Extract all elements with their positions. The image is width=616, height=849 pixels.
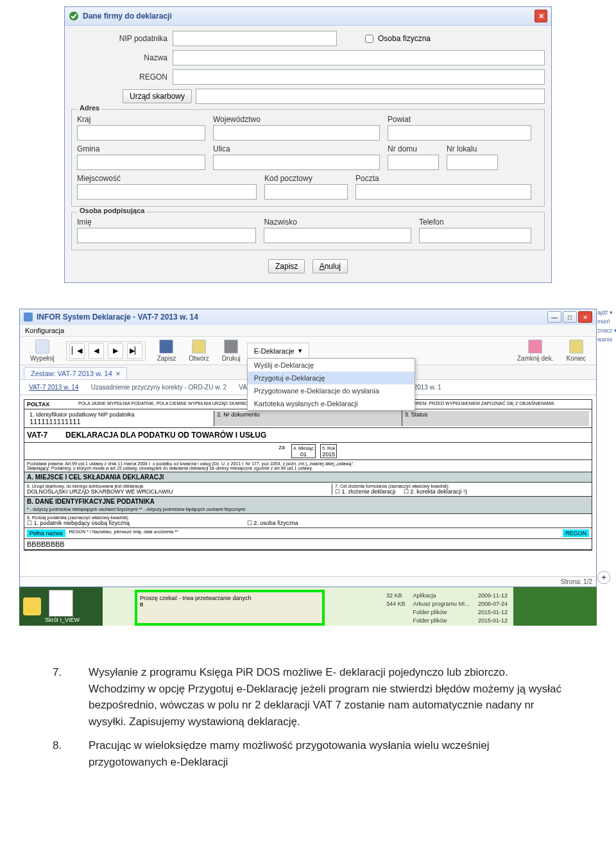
maximize-button[interactable]: □	[563, 311, 577, 323]
desktop-left: Skrót I_VIEW	[19, 587, 103, 626]
tab-close-icon[interactable]: ×	[116, 370, 120, 377]
dialog-title: Dane firmy do deklaracji	[83, 12, 535, 21]
open-icon	[192, 339, 206, 354]
nrlokalu-input[interactable]	[447, 155, 498, 170]
nrdomu-input[interactable]	[388, 155, 439, 170]
close-button[interactable]: ✕	[535, 10, 547, 22]
urzad-skarbowy-input[interactable]	[196, 89, 545, 104]
f7-opt2[interactable]: ☐ 2. korekta deklaracji ¹)	[404, 488, 467, 495]
edeklaracje-dropdown[interactable]: E-Deklaracje ▾ Wyślij e-Deklarację Przyg…	[247, 343, 309, 359]
kod-label: Kod pocztowy	[264, 174, 348, 183]
processing-box: Proszę czekać - trwa przetwarzanie danyc…	[135, 590, 325, 626]
edeklaracje-menu: Wyślij e-Deklarację Przygotuj e-Deklarac…	[247, 358, 415, 411]
save-button[interactable]: Zapisz	[151, 339, 182, 362]
window-titlebar: INFOR System Deklaracje - VAT-7 2013 w. …	[20, 309, 596, 325]
vat7-label: VAT-7	[27, 431, 65, 440]
imie-input[interactable]	[77, 228, 256, 243]
nip-label: NIP podatnika	[71, 34, 173, 43]
nav-prev-button[interactable]: ◀	[89, 343, 104, 359]
nav-next-button[interactable]: ▶	[108, 343, 123, 359]
nazwisko-input[interactable]	[264, 228, 411, 243]
f5-value: 2015	[322, 451, 335, 458]
cancel-button[interactable]: Anuluj	[312, 259, 348, 273]
file-list: 32 KBAplikacja2009-11-12 344 KBArkusz pr…	[385, 591, 515, 626]
zoom-plus-icon[interactable]: +	[597, 571, 610, 584]
shortcut: Skrót I_VIEW	[45, 590, 80, 623]
menu-item[interactable]: Wyślij e-Deklarację	[248, 359, 415, 372]
nav-first-button[interactable]: ▏◀	[69, 343, 85, 359]
f3-label: 3. Status	[402, 411, 589, 426]
f7-label: 7. Cel złożenia formularza (zaznaczyć wł…	[335, 484, 589, 488]
dialog-titlebar: Dane firmy do deklaracji ✕	[65, 7, 551, 26]
telefon-input[interactable]	[419, 228, 531, 243]
open-button[interactable]: Otwórz	[182, 339, 216, 362]
minimize-button[interactable]: —	[547, 311, 561, 323]
miejscowosc-input[interactable]	[77, 184, 257, 200]
podpis-legend: Osoba podpisująca	[77, 207, 147, 214]
f6-value: DOLNOŚLĄSKI URZĄD SKARBOWY WE WROCŁAWIU	[27, 488, 332, 495]
app-icon	[24, 313, 33, 322]
urzad-skarbowy-button[interactable]: Urząd skarbowy	[123, 89, 192, 103]
ulica-input[interactable]	[213, 155, 380, 170]
regon-input[interactable]	[173, 69, 545, 85]
nazwa-input[interactable]	[173, 50, 545, 65]
f4-label: 4. Miesiąc	[293, 446, 314, 450]
form-heading: DEKLARACJA DLA PODATKU OD TOWARÓW I USŁU…	[65, 431, 266, 440]
pelna-nazwa-label: Pełna nazwa	[27, 529, 65, 537]
instruction-paragraphs: 7.Wysyłanie z programu Księga PiR DOS mo…	[71, 664, 565, 770]
close-doc-icon	[528, 339, 542, 354]
kraj-input[interactable]	[77, 125, 205, 141]
desktop-strip: Skrót I_VIEW Proszę czekać - trwa przetw…	[19, 587, 597, 626]
menu-item[interactable]: Przygotowane e-Deklaracje do wysłania	[248, 384, 415, 397]
powiat-input[interactable]	[388, 125, 531, 141]
dialog-buttons: Zapisz Anuluj	[71, 259, 545, 273]
f1-value: 1111111111111	[30, 418, 211, 425]
gmina-input[interactable]	[77, 155, 205, 170]
wojewodztwo-input[interactable]	[213, 125, 380, 141]
exit-button[interactable]: Koniec	[560, 339, 592, 362]
gg-icon	[23, 597, 41, 615]
paragraph-7: Wysyłanie z programu Księga PiR DOS możl…	[89, 666, 561, 728]
close-doc-button[interactable]: Zamknij dek.	[511, 339, 560, 362]
nazwisko-label: Nazwisko	[264, 218, 411, 227]
poczta-input[interactable]	[355, 184, 531, 200]
f7-opt1[interactable]: ☐ 1. złożenie deklaracji	[335, 488, 395, 495]
shortcut-icon	[49, 590, 73, 617]
window-title: INFOR System Deklaracje - VAT-7 2013 w. …	[37, 313, 547, 322]
close-button[interactable]: ✕	[578, 311, 592, 323]
poltax-label: POLTAX	[27, 401, 78, 407]
print-icon	[224, 339, 238, 354]
nrlokalu-label: Nr lokalu	[447, 144, 498, 153]
toolbar: Wypełnij ▏◀ ◀ ▶ ▶▏ Zapisz Otwórz Drukuj …	[20, 337, 596, 365]
document-tab[interactable]: Zestaw: VAT-7 2013 w. 14×	[24, 367, 127, 379]
nazwa-label: Nazwa	[71, 53, 173, 62]
print-button[interactable]: Drukuj	[216, 339, 247, 362]
menu-konfiguracja[interactable]: Konfiguracja	[25, 327, 64, 334]
save-button[interactable]: Zapisz	[268, 259, 305, 273]
menu-item[interactable]: Kartoteka wysłanych e-Deklaracji	[248, 397, 415, 410]
menu-item[interactable]: Przygotuj e-Deklarację	[248, 372, 415, 384]
subtab[interactable]: VAT-7 2013 w. 14	[24, 382, 83, 392]
exit-icon	[569, 339, 583, 354]
desktop-right	[513, 587, 597, 626]
list-number: 7.	[71, 664, 89, 681]
dialog-body: NIP podatnika Osoba fizyczna Nazwa REGON…	[65, 26, 551, 282]
vat7-form: POLTAX POLA JASNE WYPEŁNIA PODATNIK, POL…	[24, 399, 592, 551]
f8-opt1[interactable]: ☐ 1. podatnik niebędący osobą fizyczną	[27, 520, 130, 526]
osoba-fizyczna-checkbox[interactable]	[365, 35, 373, 43]
kod-input[interactable]	[264, 184, 348, 200]
adres-legend: Adres	[77, 104, 102, 112]
declarations-window: INFOR System Deklaracje - VAT-7 2013 w. …	[19, 309, 597, 587]
fill-button[interactable]: Wypełnij	[24, 339, 61, 362]
f6-label: 6. Urząd skarbowy, do którego adresowana…	[27, 484, 332, 488]
section-b: B. DANE IDENTYFIKACYJNE PODATNIKA * - do…	[24, 497, 592, 514]
f8-label: 8. Rodzaj podatnika (zaznaczyć właściwy …	[27, 515, 589, 520]
f8-opt2[interactable]: ☐ 2. osoba fizyczna	[247, 520, 298, 526]
fill-icon	[35, 339, 49, 354]
subtab[interactable]: Uzasadnienie przyczyny korekty - ORD-ZU …	[86, 382, 232, 392]
kraj-label: Kraj	[77, 115, 205, 124]
nav-last-button[interactable]: ▶▏	[127, 343, 142, 359]
nip-input[interactable]	[173, 31, 337, 46]
regon-note: REGON * / Nazwisko, pierwsze imię, data …	[69, 529, 178, 534]
adres-fieldset: Adres Kraj Województwo Powiat Gmina	[71, 109, 545, 207]
